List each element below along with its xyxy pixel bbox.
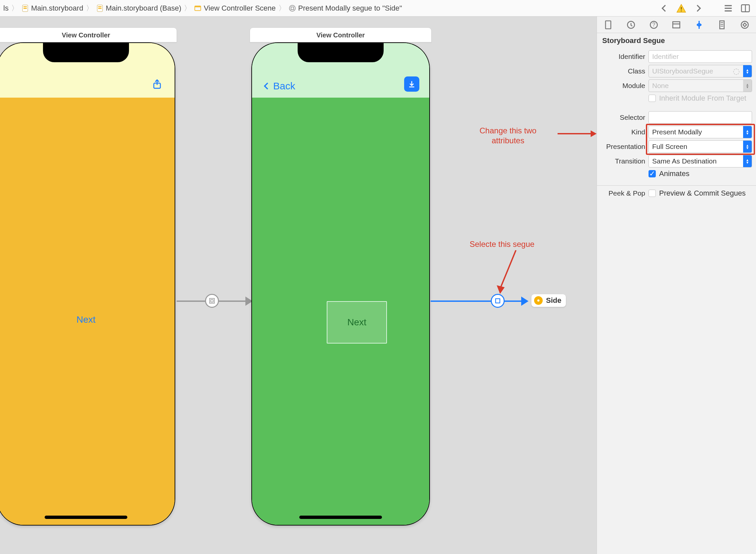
storyboard-canvas[interactable]: View Controller Next [0, 16, 596, 554]
breadcrumb-item[interactable]: Main.storyboard [20, 3, 85, 13]
checkbox-label: Inherit Module From Target [659, 94, 746, 103]
chevron-right-icon: 〉 [278, 3, 286, 13]
annotation-text: Change this two attributes [480, 126, 537, 146]
warning-icon[interactable] [676, 3, 687, 13]
identity-inspector-tab[interactable] [671, 19, 682, 30]
select-value: Same As Destination [652, 157, 717, 165]
root-view[interactable] [0, 43, 175, 525]
storyboard-file-icon [96, 4, 104, 12]
chevron-right-icon: 〉 [86, 3, 93, 13]
inspector-form: Peek & Pop Preview & Commit Segues [597, 186, 756, 205]
back-label: Back [273, 80, 295, 92]
clear-icon[interactable]: ◌ [733, 66, 740, 76]
next-label[interactable]: Next [327, 302, 386, 343]
svg-point-18 [538, 299, 540, 302]
identifier-field[interactable]: Identifier [648, 50, 752, 63]
attributes-inspector-tab[interactable] [694, 19, 704, 30]
svg-rect-27 [673, 21, 680, 28]
field-label: Selector [601, 113, 645, 121]
next-issue-button[interactable] [693, 3, 704, 13]
adjust-editor-button[interactable] [740, 3, 751, 13]
side-reference-chip[interactable]: Side [531, 294, 566, 307]
svg-point-8 [290, 5, 295, 11]
download-button[interactable] [404, 76, 419, 92]
inspector-panel: ? Storyboard Segue Identifier Identifier… [596, 16, 756, 554]
prev-issue-button[interactable] [659, 3, 669, 13]
field-label: Module [601, 82, 645, 90]
breadcrumb-item[interactable]: Present Modally segue to "Side" [287, 3, 403, 13]
chevron-left-icon [262, 81, 271, 91]
container-view[interactable]: Next [327, 301, 387, 343]
side-reference-label: Side [546, 296, 561, 305]
animates-checkbox[interactable]: ✓ [648, 170, 656, 177]
svg-rect-5 [98, 8, 102, 9]
chevron-updown-icon: ▴▾ [743, 80, 752, 92]
class-select[interactable]: UIStoryboardSegue ◌ ▴▾ [648, 65, 752, 77]
breadcrumb-label: Main.storyboard [31, 4, 83, 13]
home-indicator [45, 516, 127, 519]
breadcrumb-item[interactable]: ls [2, 3, 10, 13]
annotation-arrow-icon [496, 250, 522, 295]
field-label: Presentation [601, 143, 645, 151]
checkbox-label: Preview & Commit Segues [659, 189, 746, 198]
svg-rect-9 [291, 7, 294, 10]
breadcrumb-label: Present Modally segue to "Side" [298, 4, 402, 13]
annotation-text: Selecte this segue [469, 239, 534, 249]
inherit-module-checkbox[interactable] [648, 95, 656, 102]
svg-rect-4 [98, 6, 102, 7]
field-label: Transition [601, 157, 645, 165]
breadcrumb-label: Main.storyboard (Base) [106, 4, 182, 13]
share-button[interactable] [149, 76, 165, 92]
history-inspector-tab[interactable] [626, 19, 636, 30]
chevron-updown-icon: ▴▾ [743, 65, 752, 77]
back-button[interactable]: Back [262, 80, 295, 92]
svg-rect-11 [681, 10, 682, 11]
segue-icon [289, 4, 296, 12]
breadcrumb: ls 〉 Main.storyboard 〉 Main.storyboard (… [2, 3, 659, 13]
module-select[interactable]: None ▴▾ [648, 79, 752, 92]
svg-point-30 [741, 21, 748, 28]
segue-anchor-icon[interactable] [205, 294, 219, 308]
preview-commit-checkbox[interactable] [648, 189, 656, 197]
connections-inspector-tab[interactable] [740, 19, 750, 30]
segue-anchor-icon[interactable] [491, 294, 505, 308]
transition-select[interactable]: Same As Destination ▴▾ [648, 155, 752, 167]
scene-title[interactable]: View Controller [250, 27, 432, 42]
svg-rect-23 [606, 21, 611, 29]
device-notch [298, 43, 384, 62]
svg-rect-7 [195, 6, 201, 7]
select-value: UIStoryboardSegue [652, 67, 713, 75]
breadcrumb-label: ls [3, 4, 9, 13]
size-inspector-tab[interactable] [717, 19, 727, 30]
selected-segue[interactable] [431, 300, 526, 302]
field-label: Kind [601, 128, 645, 136]
svg-line-21 [501, 250, 516, 287]
device-notch [43, 43, 129, 62]
view-controller-scene[interactable]: View Controller Next [0, 42, 175, 525]
view-controller-scene[interactable]: View Controller Back Next [251, 42, 430, 525]
inspector-form: Identifier Identifier Class UIStoryboard… [597, 47, 756, 186]
outline-toggle-button[interactable] [723, 3, 734, 13]
checkbox-label: Animates [659, 169, 690, 178]
field-label: Peek & Pop [601, 189, 645, 197]
svg-rect-2 [23, 8, 27, 9]
arrow-icon [521, 296, 528, 306]
root-view[interactable] [252, 43, 429, 525]
svg-marker-20 [591, 130, 596, 137]
svg-rect-29 [719, 21, 724, 29]
placeholder-text: Identifier [652, 53, 679, 61]
file-inspector-tab[interactable] [603, 19, 614, 30]
breadcrumb-item[interactable]: Main.storyboard (Base) [94, 3, 183, 13]
help-inspector-tab[interactable]: ? [648, 19, 659, 30]
svg-text:?: ? [652, 22, 655, 27]
breadcrumb-item[interactable]: View Controller Scene [192, 3, 277, 13]
toolbar-right [659, 3, 754, 13]
field-label: Identifier [601, 53, 645, 61]
selector-field[interactable] [648, 111, 752, 124]
svg-rect-1 [23, 6, 27, 7]
svg-rect-10 [681, 7, 682, 10]
scene-title[interactable]: View Controller [0, 27, 177, 42]
breadcrumb-label: View Controller Scene [204, 4, 275, 13]
inspector-tabs: ? [597, 16, 756, 33]
next-button[interactable]: Next [0, 315, 175, 325]
